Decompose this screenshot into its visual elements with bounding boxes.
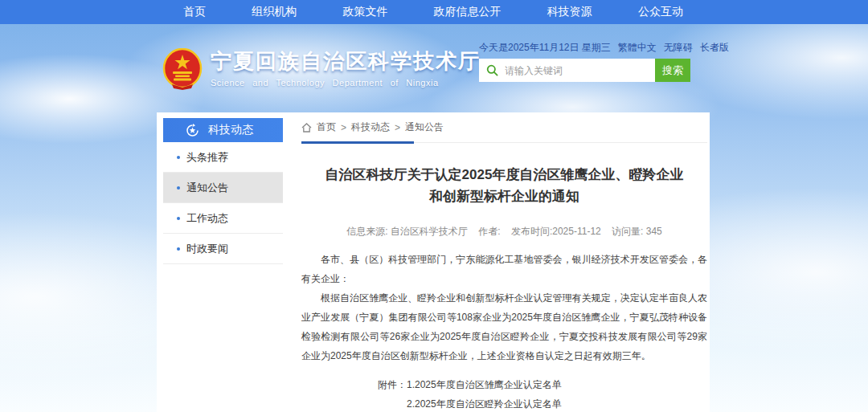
breadcrumb-current: 通知公告	[405, 120, 444, 134]
sidebar-item-label: 时政要闻	[186, 242, 228, 256]
attachments-list: 1.2025年度自治区雏鹰企业认定名单 2.2025年度自治区瞪羚企业认定名单 …	[407, 375, 591, 412]
meta-author: 作者:	[478, 226, 500, 237]
breadcrumb-accent-line	[301, 141, 414, 144]
breadcrumb: 首页 > 科技动态 > 通知公告	[301, 120, 707, 143]
article-paragraph: 各市、县（区）科技管理部门，宁东能源化工基地管委会，银川经济技术开发区管委会，各…	[301, 250, 707, 288]
article-title: 自治区科技厅关于认定2025年度自治区雏鹰企业、瞪羚企业 和创新型标杆企业的通知	[301, 164, 707, 207]
nav-item-sci-resources[interactable]: 科技资源	[547, 5, 592, 19]
nav-item-policy-docs[interactable]: 政策文件	[342, 5, 387, 19]
breadcrumb-category[interactable]: 科技动态	[351, 120, 390, 134]
attachment-item-1[interactable]: 1.2025年度自治区雏鹰企业认定名单	[407, 375, 591, 394]
breadcrumb-separator: >	[341, 122, 346, 133]
meta-visits: 访问量: 345	[612, 226, 662, 237]
site-logo[interactable]: 宁夏回族自治区科学技术厅 Science and Technology Depa…	[162, 48, 481, 90]
breadcrumb-home[interactable]: 首页	[317, 120, 336, 134]
sidebar-item-label: 工作动态	[186, 211, 228, 226]
sidebar-item-label: 通知公告	[186, 181, 228, 195]
sidebar-title: 科技动态	[208, 123, 253, 137]
article-paragraph: 根据自治区雏鹰企业、瞪羚企业和创新型标杆企业认定管理有关规定，决定认定半亩良人农…	[301, 288, 707, 365]
link-traditional-chinese[interactable]: 繁體中文	[618, 41, 657, 55]
search-icon	[486, 64, 498, 80]
sidebar-item-headlines[interactable]: 头条推荐	[163, 142, 283, 173]
search-box	[479, 59, 655, 82]
bullet-dot-icon	[177, 186, 180, 190]
top-navigation-items: 首页 组织机构 政策文件 政府信息公开 科技资源 公众互动	[183, 0, 683, 24]
home-icon[interactable]	[301, 123, 312, 133]
link-elderly-version[interactable]: 长者版	[700, 41, 729, 55]
link-accessibility[interactable]: 无障碍	[664, 41, 693, 55]
sidebar-item-politics-news[interactable]: 时政要闻	[163, 234, 283, 264]
star-circle-icon	[186, 124, 199, 137]
sidebar-item-work-updates[interactable]: 工作动态	[163, 203, 283, 234]
meta-source: 信息来源: 自治区科学技术厅	[346, 226, 468, 237]
header-info-row: 今天是2025年11月12日 星期三 繁體中文 无障碍 长者版	[479, 41, 704, 55]
attachments-label: 附件：	[378, 375, 407, 412]
search-input[interactable]	[479, 59, 655, 82]
article-meta: 信息来源: 自治区科学技术厅 作者: 发布时间:2025-11-12 访问量: …	[301, 225, 707, 239]
current-date: 今天是2025年11月12日 星期三	[479, 41, 611, 55]
bullet-dot-icon	[177, 247, 180, 251]
content-column: 首页 > 科技动态 > 通知公告 自治区科技厅关于认定2025年度自治区雏鹰企业…	[301, 112, 707, 412]
attachment-item-2[interactable]: 2.2025年度自治区瞪羚企业认定名单	[407, 394, 591, 412]
meta-publish-time: 发布时间:2025-11-12	[511, 226, 601, 237]
article-title-line2: 和创新型标杆企业的通知	[301, 186, 707, 207]
sidebar-header: 科技动态	[163, 118, 283, 142]
nav-item-public-interaction[interactable]: 公众互动	[638, 5, 683, 19]
sidebar-item-label: 头条推荐	[186, 150, 228, 165]
bullet-dot-icon	[177, 156, 180, 159]
national-emblem-icon	[162, 48, 203, 90]
attachments-block: 附件： 1.2025年度自治区雏鹰企业认定名单 2.2025年度自治区瞪羚企业认…	[378, 375, 707, 412]
search-bar: 搜索	[479, 59, 690, 82]
sidebar-item-notices[interactable]: 通知公告	[163, 173, 283, 203]
main-panel: 科技动态 头条推荐 通知公告 工作动态 时政要闻	[157, 112, 710, 412]
nav-item-info-disclosure[interactable]: 政府信息公开	[434, 5, 502, 19]
nav-item-organization[interactable]: 组织机构	[252, 5, 297, 19]
top-navigation-bar: 首页 组织机构 政策文件 政府信息公开 科技资源 公众互动	[0, 0, 868, 24]
article-title-line1: 自治区科技厅关于认定2025年度自治区雏鹰企业、瞪羚企业	[301, 164, 707, 186]
site-subtitle: Science and Technology Department of Nin…	[211, 78, 481, 88]
nav-item-home[interactable]: 首页	[183, 5, 206, 19]
page: 首页 组织机构 政策文件 政府信息公开 科技资源 公众互动 宁夏回族自治区科学技…	[0, 0, 868, 412]
site-title: 宁夏回族自治区科学技术厅	[211, 48, 481, 74]
sidebar: 科技动态 头条推荐 通知公告 工作动态 时政要闻	[163, 118, 283, 264]
site-title-block: 宁夏回族自治区科学技术厅 Science and Technology Depa…	[211, 48, 481, 88]
bullet-dot-icon	[177, 217, 180, 220]
search-button[interactable]: 搜索	[655, 59, 690, 82]
breadcrumb-separator: >	[395, 122, 400, 133]
article-body: 各市、县（区）科技管理部门，宁东能源化工基地管委会，银川经济技术开发区管委会，各…	[301, 250, 707, 365]
